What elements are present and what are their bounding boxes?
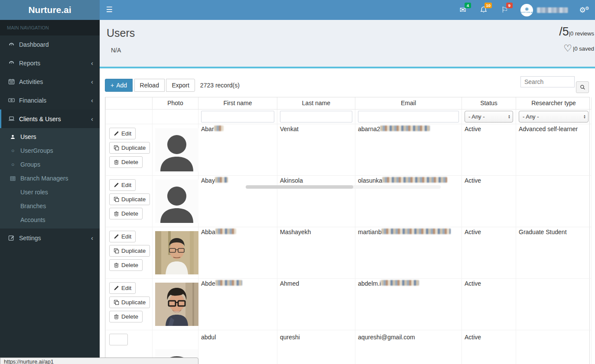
calendar-icon: [8, 78, 15, 85]
sidebar-item-settings[interactable]: Settings ‹: [0, 229, 100, 247]
users-table-container: Photo First name Last name Email Status …: [105, 97, 590, 364]
flags-menu[interactable]: ⚐ 9: [497, 0, 512, 20]
notifications-menu[interactable]: 10: [476, 0, 491, 20]
search-input[interactable]: [520, 76, 575, 87]
column-header-photo[interactable]: Photo: [153, 97, 198, 109]
status-filter-select[interactable]: - Any - ▲▼: [465, 111, 513, 122]
control-sidebar-toggle[interactable]: ⚙ ⚙: [577, 0, 592, 20]
heart-icon[interactable]: ♡: [563, 45, 572, 52]
edit-button[interactable]: Edit: [109, 282, 136, 294]
sidebar-section-header: MAIN NAVIGATION: [0, 20, 100, 35]
sidebar-item-reports[interactable]: Reports ‹: [0, 54, 100, 72]
notifications-badge: 10: [484, 3, 492, 8]
delete-button[interactable]: Delete: [109, 156, 143, 168]
copy-icon: [114, 300, 119, 305]
sidebar-item-clients-users[interactable]: Clients & Users ‹: [0, 110, 100, 128]
email-cell: abdelm.i: [358, 280, 381, 287]
researcher-type-filter-select[interactable]: - Any - ▲▼: [519, 111, 588, 122]
submenu-item-branch-managers[interactable]: Branch Managers: [0, 171, 100, 185]
column-header-first-name[interactable]: First name: [198, 97, 277, 109]
default-avatar-image: [155, 179, 198, 223]
sidebar-item-dashboard[interactable]: Dashboard: [0, 35, 100, 54]
scrollbar-thumb[interactable]: [246, 185, 353, 189]
submenu-item-user-roles[interactable]: User roles: [0, 185, 100, 199]
sidebar-item-financials[interactable]: Financials ‹: [0, 91, 100, 110]
reload-button[interactable]: Reload: [134, 79, 165, 92]
gear-small-icon: ⚙: [585, 6, 589, 11]
add-button[interactable]: + Add: [105, 79, 133, 92]
page-header: Users N/A /5 |0 reviews ♡ |0 saved: [100, 20, 595, 68]
submenu-item-accounts[interactable]: Accounts: [0, 213, 100, 227]
submenu-item-label: Accounts: [20, 216, 46, 223]
search-icon: [580, 84, 585, 90]
edit-button[interactable]: Edit: [109, 179, 136, 191]
navbar-right: ✉ 4 10 ⚐ 9 ❋ NURTURE.AI ⚙ ⚙: [455, 0, 592, 20]
filter-row: - Any - ▲▼ - Any - ▲▼: [106, 109, 592, 124]
last-name-cell: Venkat: [280, 126, 299, 132]
first-name-cell: Abde: [201, 280, 215, 287]
reports-gauge-icon: [8, 60, 15, 66]
user-photo: [155, 231, 198, 275]
last-name-cell: Akinsola: [280, 177, 303, 184]
redacted-text: [382, 177, 447, 183]
sidebar-item-activities[interactable]: Activities ‹: [0, 72, 100, 91]
user-menu[interactable]: ❋ NURTURE.AI: [518, 0, 571, 20]
edit-button[interactable]: Edit: [109, 231, 136, 242]
first-name-cell: Abay: [201, 177, 215, 184]
clients-users-submenu: Users ○ UserGroups ○ Groups Branch Manag…: [0, 128, 100, 229]
table-row: Edit Duplicate Delete Abay Akinsola olas…: [106, 175, 592, 227]
edit-button[interactable]: Edit: [109, 128, 136, 139]
pencil-square-icon: [8, 235, 15, 241]
submenu-item-label: UserGroups: [20, 147, 53, 154]
brand-logo[interactable]: Nurture.ai: [0, 0, 100, 20]
duplicate-button[interactable]: Duplicate: [109, 245, 150, 257]
column-header-status[interactable]: Status: [462, 97, 516, 109]
column-header-email[interactable]: Email: [355, 97, 462, 109]
first-name-filter-input[interactable]: [201, 111, 274, 122]
submenu-item-groups[interactable]: ○ Groups: [0, 158, 100, 171]
delete-button[interactable]: Delete: [109, 259, 143, 271]
table-icon: [10, 176, 16, 181]
sidebar-item-label: Clients & Users: [19, 116, 61, 122]
first-name-cell: Abar: [201, 126, 214, 132]
main-content: Users N/A /5 |0 reviews ♡ |0 saved + Add…: [100, 20, 595, 364]
select-arrows-icon: ▲▼: [508, 115, 510, 119]
table-row: Edit Duplicate Delete Abde Ahmed abdelm.…: [106, 278, 592, 330]
last-name-filter-input[interactable]: [280, 111, 352, 122]
status-cell: Active: [465, 280, 481, 287]
column-header-last-name[interactable]: Last name: [277, 97, 355, 109]
messages-badge: 4: [465, 3, 471, 8]
plus-icon: +: [111, 82, 114, 89]
record-count: 2723 record(s): [200, 82, 240, 89]
duplicate-button[interactable]: Duplicate: [109, 296, 150, 308]
select-arrows-icon: ▲▼: [583, 115, 586, 119]
trash-icon: [114, 211, 119, 216]
submenu-item-usergroups[interactable]: ○ UserGroups: [0, 144, 100, 158]
duplicate-button[interactable]: Duplicate: [109, 193, 150, 205]
email-filter-input[interactable]: [358, 111, 459, 122]
column-header-researcher-type[interactable]: Researcher type: [516, 97, 592, 109]
top-navbar: Nurture.ai ☰ ✉ 4 10 ⚐ 9 ❋ NURTURE.AI: [0, 0, 595, 20]
delete-button[interactable]: Delete: [109, 311, 143, 322]
chevron-left-icon: ‹: [91, 97, 93, 104]
pencil-icon: [114, 285, 119, 291]
sidebar-toggle-button[interactable]: ☰: [100, 0, 119, 20]
submenu-item-branches[interactable]: Branches: [0, 199, 100, 213]
rating-value: /5: [559, 25, 569, 39]
messages-menu[interactable]: ✉ 4: [455, 0, 470, 20]
submenu-item-users[interactable]: Users: [0, 130, 100, 144]
email-cell: martianb: [358, 229, 381, 235]
duplicate-button[interactable]: Duplicate: [109, 142, 150, 154]
last-name-cell: Mashayekh: [280, 229, 311, 235]
search-button[interactable]: [576, 81, 589, 93]
submenu-item-label: Groups: [20, 161, 40, 168]
researcher-type-cell: Graduate Student: [519, 229, 567, 235]
export-button[interactable]: Export: [166, 79, 195, 92]
copy-icon: [114, 196, 119, 202]
delete-button[interactable]: Delete: [109, 208, 143, 219]
submenu-item-label: User roles: [20, 189, 48, 196]
edit-button[interactable]: Edit: [109, 334, 128, 345]
circle-o-icon: ○: [10, 148, 16, 154]
redacted-text: [215, 280, 242, 286]
hamburger-icon: ☰: [106, 6, 112, 14]
